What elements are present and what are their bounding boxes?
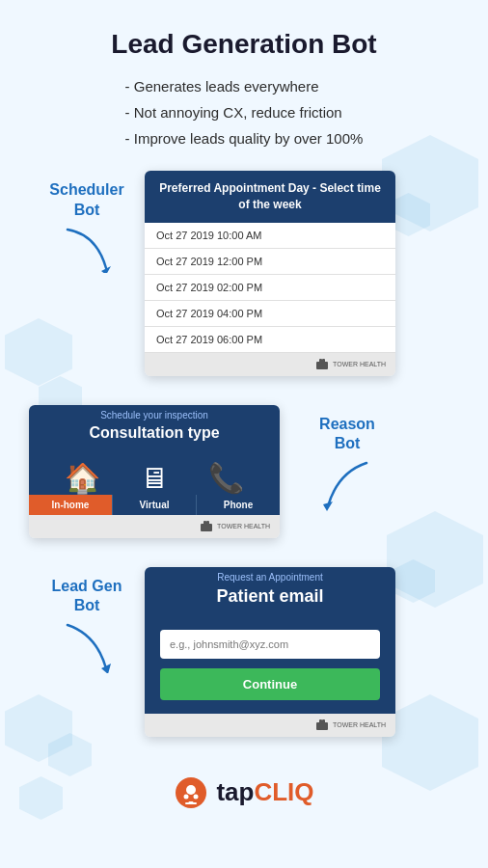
reason-card-sub-header: Schedule your inspection [29,405,280,422]
scheduler-card-header: Preferred Appointment Day - Select time … [145,171,395,223]
bullet-list: - Generates leads everywhere - Not annoy… [125,73,364,151]
virtual-icon: 🖥 [140,462,169,495]
scheduler-arrow [58,225,116,273]
tower-health-icon-3 [315,719,329,732]
scheduler-label-area: SchedulerBot [29,171,145,273]
phone-label[interactable]: Phone [197,495,280,515]
header-section: Lead Generation Bot - Generates leads ev… [0,0,488,161]
email-input[interactable] [160,630,380,659]
tower-health-icon [315,358,329,371]
page-title: Lead Generation Bot [29,29,459,60]
reason-icons-row: 🏠 🖥 📞 [29,451,280,495]
leadgen-footer: TOWER HEALTH [145,714,395,737]
svg-rect-17 [185,802,197,804]
time-slot-5[interactable]: Oct 27 2019 06:00 PM [145,327,395,353]
reason-card-main-header: Consultation type [29,422,280,451]
scheduler-footer: TOWER HEALTH [145,353,395,376]
leadgen-arrow [58,620,116,673]
reason-option-virtual[interactable]: 🖥 [140,462,169,495]
time-slot-2[interactable]: Oct 27 2019 12:00 PM [145,249,395,275]
footer-brand: tapCLIQ [216,777,313,807]
reason-card: Schedule your inspection Consultation ty… [29,405,280,538]
scheduler-label: SchedulerBot [29,180,145,221]
svg-rect-6 [206,521,209,526]
leadgen-card-body: Continue [145,620,395,714]
reason-arrow [318,458,376,511]
virtual-label[interactable]: Virtual [112,495,197,515]
svg-rect-3 [322,359,325,364]
tower-health-label-3: TOWER HEALTH [333,720,386,727]
phone-icon: 📞 [208,461,244,495]
reason-label-area: ReasonBot [289,405,405,512]
svg-point-15 [194,794,199,799]
svg-point-14 [184,794,189,799]
leadgen-card: Request an Appointment Patient email Con… [145,567,395,737]
svg-rect-5 [203,521,206,526]
footer: tapCLIQ [0,756,488,839]
inhome-label[interactable]: In-home [29,495,112,515]
home-icon: 🏠 [65,461,100,495]
bullet-1: - Generates leads everywhere [125,73,364,99]
reason-labels-row: In-home Virtual Phone [29,495,280,515]
scheduler-row: SchedulerBot Preferred Appointment Day -… [0,161,488,386]
reason-row: Schedule your inspection Consultation ty… [0,395,488,548]
time-slot-3[interactable]: Oct 27 2019 02:00 PM [145,275,395,301]
tower-health-icon-2 [200,520,213,533]
continue-button[interactable]: Continue [160,668,380,700]
scheduler-card: Preferred Appointment Day - Select time … [145,171,395,376]
time-slot-1[interactable]: Oct 27 2019 10:00 AM [145,223,395,249]
svg-rect-4 [201,524,212,531]
bullet-2: - Not annoying CX, reduce friction [125,99,364,125]
svg-rect-10 [319,719,322,724]
leadgen-card-sub-header: Request an Appointment [145,567,395,584]
leadgen-row: Lead GenBot Request an Appointment Patie… [0,557,488,746]
leadgen-card-main-header: Patient email [145,584,395,620]
leadgen-label-area: Lead GenBot [29,567,145,674]
svg-rect-1 [316,362,328,369]
tower-health-label-2: TOWER HEALTH [217,522,270,529]
leadgen-label: Lead GenBot [29,577,145,617]
svg-point-13 [186,785,196,795]
tower-health-label: TOWER HEALTH [333,360,386,366]
svg-marker-7 [323,502,333,511]
svg-rect-2 [319,359,322,364]
reason-label: ReasonBot [289,415,405,455]
time-slot-4[interactable]: Oct 27 2019 04:00 PM [145,301,395,327]
reason-option-inhome[interactable]: 🏠 [65,461,100,495]
reason-footer: TOWER HEALTH [29,515,280,538]
svg-rect-11 [322,719,325,724]
svg-rect-9 [316,722,328,730]
tapcliq-logo-icon [174,775,208,810]
reason-option-phone[interactable]: 📞 [208,461,244,495]
bullet-3: - Improve leads quality by over 100% [125,125,364,151]
